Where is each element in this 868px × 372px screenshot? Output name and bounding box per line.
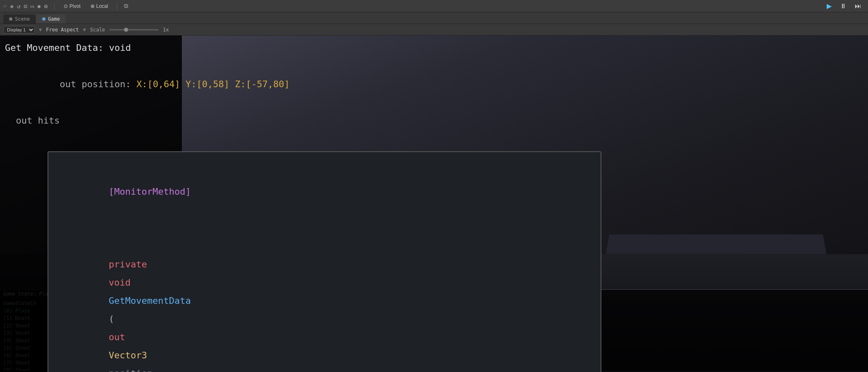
rect-tool-icon[interactable]: ▭ (31, 3, 34, 10)
code-attribute: [MonitorMethod] (109, 186, 191, 197)
code-signature-line: private void GetMovementData ( out Vecto… (65, 237, 584, 372)
game-tab-dot (42, 17, 45, 21)
separator-2 (117, 2, 117, 10)
custom-tool-icon[interactable]: ✱ (37, 3, 41, 10)
hand-tool-icon[interactable]: ☞ (3, 3, 7, 10)
local-button[interactable]: ⊕ Local (88, 2, 111, 10)
snap-icon[interactable]: ⧉ (124, 2, 128, 10)
play-button[interactable]: ▶ (823, 1, 835, 11)
debug-hits-header: out hits (5, 112, 177, 130)
code-method-name: GetMovementData (109, 296, 191, 306)
main-area: Get Movement Data: void out position: X:… (0, 36, 868, 372)
scale-thumb (124, 28, 128, 32)
scale-label: Scale (90, 27, 105, 33)
tab-scene[interactable]: Scene (3, 14, 36, 24)
move-tool-icon[interactable]: ✥ (10, 3, 13, 10)
pivot-button[interactable]: ⊙ Pivot (61, 2, 83, 10)
scale-slider[interactable] (109, 29, 159, 31)
tab-bar: Scene Game (0, 12, 868, 24)
rotate-tool-icon[interactable]: ↺ (17, 3, 20, 10)
play-controls: ▶ ⏸ ⏭ (823, 1, 865, 11)
debug-position: out position: X:[0,64] Y:[0,58] Z:[-57,8… (5, 57, 177, 112)
toolbar: ☞ ✥ ↺ ⊡ ▭ ✱ ⚙ ⊙ Pivot ⊕ Local ⧉ ▶ ⏸ ⏭ (0, 0, 868, 12)
pause-button[interactable]: ⏸ (837, 2, 850, 11)
code-blank-1 (65, 219, 584, 237)
code-attribute-line: [MonitorMethod] (65, 165, 584, 219)
display-select[interactable]: Display 1 (3, 26, 35, 33)
game-viewport: Get Movement Data: void out position: X:… (0, 36, 868, 372)
scene-tab-dot (9, 17, 12, 21)
code-private: private (109, 259, 153, 269)
step-button[interactable]: ⏭ (851, 2, 865, 11)
scale-tool-icon[interactable]: ⊡ (24, 3, 27, 10)
separator-1 (54, 2, 55, 10)
code-void: void (109, 277, 136, 288)
toolbar-transform-tools: ☞ ✥ ↺ ⊡ ▭ ✱ ⚙ (3, 3, 48, 10)
debug-title: Get Movement Data: void (5, 39, 177, 57)
tab-game[interactable]: Game (36, 14, 66, 24)
scale-value: 1x (163, 27, 169, 33)
control-bar: Display 1 ▼ Free Aspect ▼ Scale 1x (0, 24, 868, 36)
pivot-icon: ⊙ (64, 3, 68, 9)
settings-tool-icon[interactable]: ⚙ (44, 3, 48, 10)
aspect-dropdown[interactable]: Free Aspect (46, 27, 79, 33)
game-platform-right (606, 234, 826, 254)
local-icon: ⊕ (91, 3, 95, 9)
code-popup: [MonitorMethod] private void GetMovement… (48, 151, 601, 372)
